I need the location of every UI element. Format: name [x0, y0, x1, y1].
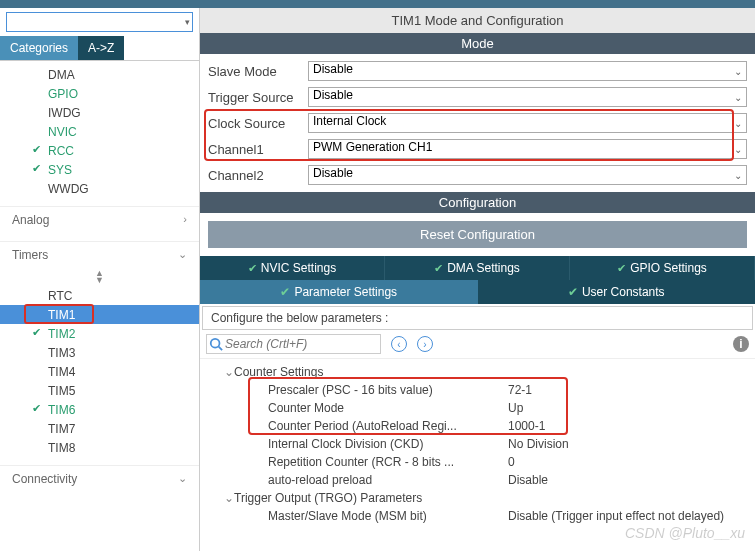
mode-select[interactable]: Disable⌄ [308, 87, 747, 107]
chevron-down-icon: ⌄ [734, 144, 742, 155]
mode-header: Mode [200, 33, 755, 54]
param-row[interactable]: Counter Period (AutoReload Regi...1000-1 [208, 417, 747, 435]
sidebar-tree: DMAGPIOIWDGNVIC✔RCC✔SYSWWDG Analog › Tim… [0, 61, 199, 551]
tree-item-label: TIM4 [48, 365, 75, 379]
tree-item[interactable]: TIM8 [0, 438, 199, 457]
param-group-trgo[interactable]: ⌄Trigger Output (TRGO) Parameters [208, 489, 747, 507]
mode-row: Clock SourceInternal Clock⌄ [208, 110, 747, 136]
settings-subtabs: ✔Parameter Settings✔User Constants [200, 280, 755, 304]
section-label: Timers [12, 248, 48, 262]
mode-value: PWM Generation CH1 [313, 140, 432, 154]
tree-item[interactable]: ✔TIM6 [0, 400, 199, 419]
param-row[interactable]: Internal Clock Division (CKD)No Division [208, 435, 747, 453]
config-hint: Configure the below parameters : [202, 306, 753, 330]
subtab[interactable]: ✔User Constants [478, 280, 756, 304]
param-search-input[interactable] [206, 334, 381, 354]
search-input[interactable] [6, 12, 193, 32]
param-group-counter[interactable]: ⌄Counter Settings [208, 363, 747, 381]
check-icon: ✔ [32, 143, 41, 156]
mode-label: Clock Source [208, 116, 300, 131]
tree-item[interactable]: ✔TIM2 [0, 324, 199, 343]
settings-tab-label: NVIC Settings [261, 261, 336, 275]
mode-value: Disable [313, 166, 353, 180]
tree-item[interactable]: TIM1 [0, 305, 199, 324]
tree-item-label: TIM2 [48, 327, 75, 341]
mode-select[interactable]: Internal Clock⌄ [308, 113, 747, 133]
tree-item[interactable]: GPIO [0, 84, 199, 103]
section-analog[interactable]: Analog › [0, 206, 199, 233]
mode-select[interactable]: Disable⌄ [308, 165, 747, 185]
search-wrap: ▾ [6, 12, 193, 32]
tree-item[interactable]: RTC [0, 286, 199, 305]
param-key: Master/Slave Mode (MSM bit) [268, 509, 508, 523]
check-icon: ✔ [32, 402, 41, 415]
param-row[interactable]: Repetition Counter (RCR - 8 bits ...0 [208, 453, 747, 471]
tree-item-label: GPIO [48, 87, 78, 101]
param-val: 72-1 [508, 383, 532, 397]
param-search-wrap [206, 334, 381, 354]
tree-item-label: IWDG [48, 106, 81, 120]
subtab[interactable]: ✔Parameter Settings [200, 280, 478, 304]
param-row[interactable]: Counter ModeUp [208, 399, 747, 417]
settings-tab[interactable]: ✔NVIC Settings [200, 256, 385, 280]
tree-item[interactable]: TIM4 [0, 362, 199, 381]
mode-label: Channel1 [208, 142, 300, 157]
tree-item[interactable]: ✔RCC [0, 141, 199, 160]
param-key: Prescaler (PSC - 16 bits value) [268, 383, 508, 397]
section-label: Connectivity [12, 472, 77, 486]
param-key: auto-reload preload [268, 473, 508, 487]
tab-categories[interactable]: Categories [0, 36, 78, 60]
mode-select[interactable]: PWM Generation CH1⌄ [308, 139, 747, 159]
check-icon: ✔ [434, 262, 443, 275]
mode-label: Channel2 [208, 168, 300, 183]
prev-arrow-icon[interactable]: ‹ [391, 336, 407, 352]
param-key: Counter Mode [268, 401, 508, 415]
section-connectivity[interactable]: Connectivity ⌄ [0, 465, 199, 492]
chevron-down-icon: ⌄ [734, 170, 742, 181]
param-key: Internal Clock Division (CKD) [268, 437, 508, 451]
section-label: Analog [12, 213, 49, 227]
panel-title: TIM1 Mode and Configuration [200, 8, 755, 33]
info-icon[interactable]: i [733, 336, 749, 352]
mode-value: Disable [313, 88, 353, 102]
tree-item-label: RCC [48, 144, 74, 158]
settings-tab-label: DMA Settings [447, 261, 520, 275]
tree-item[interactable]: ✔SYS [0, 160, 199, 179]
tree-item-label: NVIC [48, 125, 77, 139]
settings-tab[interactable]: ✔DMA Settings [385, 256, 570, 280]
param-val: No Division [508, 437, 569, 451]
tree-item-label: WWDG [48, 182, 89, 196]
reset-config-button[interactable]: Reset Configuration [208, 221, 747, 248]
param-val: 0 [508, 455, 515, 469]
tab-az[interactable]: A->Z [78, 36, 124, 60]
tree-item-label: RTC [48, 289, 72, 303]
tree-item[interactable]: TIM7 [0, 419, 199, 438]
check-icon: ✔ [280, 285, 290, 299]
mode-label: Trigger Source [208, 90, 300, 105]
check-icon: ✔ [568, 285, 578, 299]
param-val: Disable (Trigger input effect not delaye… [508, 509, 724, 523]
chevron-down-icon[interactable]: ▾ [185, 17, 190, 27]
tree-item-label: SYS [48, 163, 72, 177]
param-row[interactable]: Prescaler (PSC - 16 bits value)72-1 [208, 381, 747, 399]
settings-tab[interactable]: ✔GPIO Settings [570, 256, 755, 280]
chevron-down-icon: ⌄ [178, 472, 187, 486]
mode-select[interactable]: Disable⌄ [308, 61, 747, 81]
tree-item[interactable]: IWDG [0, 103, 199, 122]
tree-item[interactable]: TIM5 [0, 381, 199, 400]
param-val: Disable [508, 473, 548, 487]
check-icon: ✔ [617, 262, 626, 275]
param-row[interactable]: Master/Slave Mode (MSM bit)Disable (Trig… [208, 507, 747, 525]
section-timers[interactable]: Timers ⌄ [0, 241, 199, 268]
next-arrow-icon[interactable]: › [417, 336, 433, 352]
tree-item-label: DMA [48, 68, 75, 82]
tree-item[interactable]: WWDG [0, 179, 199, 198]
tree-item[interactable]: DMA [0, 65, 199, 84]
chevron-down-icon: ⌄ [178, 248, 187, 262]
mode-value: Internal Clock [313, 114, 386, 128]
sort-arrows[interactable]: ▲▼ [0, 268, 199, 286]
tree-item[interactable]: TIM3 [0, 343, 199, 362]
param-row[interactable]: auto-reload preloadDisable [208, 471, 747, 489]
check-icon: ✔ [32, 162, 41, 175]
tree-item[interactable]: NVIC [0, 122, 199, 141]
